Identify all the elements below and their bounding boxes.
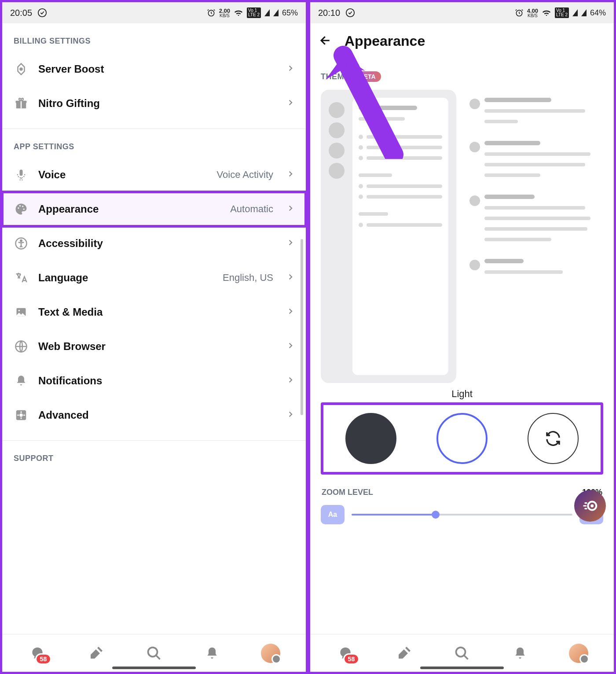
appbar: Appearance bbox=[310, 23, 614, 59]
item-value: Automatic bbox=[230, 203, 273, 215]
svg-rect-6 bbox=[20, 169, 23, 176]
item-label: Server Boost bbox=[38, 63, 277, 75]
svg-point-12 bbox=[20, 240, 22, 242]
theme-light[interactable] bbox=[436, 413, 488, 464]
status-bar: 20:05 2.00KB/S Vo 1LTE 2 65% bbox=[2, 2, 306, 23]
alarm-icon bbox=[515, 8, 524, 17]
svg-rect-28 bbox=[584, 502, 587, 504]
svg-point-10 bbox=[23, 208, 25, 210]
scrollbar[interactable] bbox=[301, 239, 303, 415]
item-language[interactable]: Language English, US bbox=[2, 261, 306, 295]
item-server-boost[interactable]: Server Boost bbox=[2, 52, 306, 86]
nav-search[interactable] bbox=[143, 643, 165, 664]
signal-icon-2 bbox=[273, 9, 279, 16]
nav-profile[interactable] bbox=[260, 643, 281, 664]
svg-rect-21 bbox=[23, 415, 25, 416]
theme-previews[interactable] bbox=[321, 90, 603, 383]
chevron-right-icon bbox=[286, 410, 294, 420]
microphone-icon bbox=[14, 167, 29, 182]
boost-icon bbox=[14, 62, 29, 77]
svg-point-30 bbox=[456, 647, 465, 656]
zoom-slider[interactable] bbox=[352, 514, 572, 516]
bottom-nav: 58 bbox=[2, 634, 306, 672]
svg-rect-20 bbox=[17, 415, 19, 416]
svg-point-22 bbox=[148, 647, 157, 656]
item-label: Web Browser bbox=[38, 340, 277, 353]
chevron-right-icon bbox=[286, 239, 294, 248]
svg-point-17 bbox=[19, 413, 23, 417]
theme-name: Light bbox=[321, 388, 603, 400]
section-support-header: SUPPORT bbox=[2, 441, 306, 469]
lte-badge: Vo 1LTE 2 bbox=[555, 7, 569, 18]
svg-rect-18 bbox=[21, 411, 22, 413]
chevron-right-icon bbox=[286, 307, 294, 317]
nav-home[interactable]: 58 bbox=[335, 643, 356, 664]
theme-dark[interactable] bbox=[345, 413, 396, 464]
svg-point-0 bbox=[38, 9, 46, 17]
alarm-icon bbox=[207, 8, 216, 17]
svg-rect-27 bbox=[583, 505, 587, 506]
signal-icon bbox=[572, 9, 578, 16]
item-advanced[interactable]: Advanced bbox=[2, 398, 306, 432]
item-nitro-gifting[interactable]: Nitro Gifting bbox=[2, 86, 306, 121]
nav-friends[interactable] bbox=[85, 643, 106, 664]
accessibility-icon bbox=[14, 236, 29, 251]
zoom-header: ZOOM LEVEL bbox=[322, 488, 373, 497]
item-label: Text & Media bbox=[38, 306, 277, 318]
badge-count: 58 bbox=[343, 653, 360, 665]
item-web-browser[interactable]: Web Browser bbox=[2, 329, 306, 364]
chevron-right-icon bbox=[286, 99, 294, 108]
home-indicator[interactable] bbox=[112, 667, 196, 669]
nav-notifications[interactable] bbox=[510, 643, 531, 664]
nav-search[interactable] bbox=[451, 643, 473, 664]
home-indicator[interactable] bbox=[420, 667, 504, 669]
nav-home[interactable]: 58 bbox=[27, 643, 48, 664]
item-text-media[interactable]: Text & Media bbox=[2, 295, 306, 329]
section-billing-header: BILLING SETTINGS bbox=[2, 23, 306, 52]
item-label: Language bbox=[38, 272, 213, 284]
preview-server-list bbox=[321, 90, 456, 383]
theme-sync[interactable] bbox=[528, 413, 579, 464]
nav-friends[interactable] bbox=[393, 643, 414, 664]
gift-icon bbox=[14, 96, 29, 111]
item-label: Accessibility bbox=[38, 237, 277, 250]
item-value: English, US bbox=[223, 272, 273, 284]
gear-icon bbox=[14, 408, 29, 423]
item-appearance[interactable]: Appearance Automatic bbox=[2, 192, 306, 226]
svg-point-8 bbox=[19, 205, 21, 206]
image-icon bbox=[14, 305, 29, 320]
svg-point-9 bbox=[22, 206, 23, 207]
section-app-header: APP SETTINGS bbox=[2, 129, 306, 158]
svg-point-7 bbox=[18, 207, 19, 209]
item-notifications[interactable]: Notifications bbox=[2, 364, 306, 398]
item-accessibility[interactable]: Accessibility bbox=[2, 226, 306, 261]
svg-point-14 bbox=[18, 310, 20, 312]
zoom-min-icon[interactable]: Aa bbox=[321, 505, 345, 524]
theme-header: THEME bbox=[321, 72, 350, 81]
battery-percent: 64% bbox=[590, 8, 606, 18]
signal-icon-2 bbox=[581, 9, 587, 16]
svg-point-23 bbox=[346, 9, 354, 17]
bell-icon bbox=[14, 373, 29, 388]
badge-count: 58 bbox=[35, 653, 52, 665]
item-voice[interactable]: Voice Voice Activity bbox=[2, 158, 306, 192]
preview-chat bbox=[465, 90, 601, 383]
status-bar: 20:10 4.00KB/S Vo 1LTE 2 64% bbox=[310, 2, 614, 23]
back-button[interactable] bbox=[319, 34, 332, 49]
chevron-right-icon bbox=[286, 170, 294, 180]
nav-profile[interactable] bbox=[568, 643, 589, 664]
nav-notifications[interactable] bbox=[202, 643, 223, 664]
wifi-icon bbox=[234, 8, 243, 18]
checkmark-icon bbox=[37, 8, 47, 18]
data-speed: 4.00KB/S bbox=[527, 8, 538, 18]
battery-percent: 65% bbox=[282, 8, 298, 18]
data-speed: 2.00KB/S bbox=[219, 8, 230, 18]
chevron-right-icon bbox=[286, 342, 294, 351]
page-title: Appearance bbox=[345, 33, 425, 49]
checkmark-icon bbox=[345, 8, 355, 18]
nitro-button[interactable] bbox=[574, 490, 606, 522]
language-icon bbox=[14, 270, 29, 285]
chevron-right-icon bbox=[286, 273, 294, 283]
globe-icon bbox=[14, 339, 29, 354]
palette-icon bbox=[14, 202, 29, 217]
